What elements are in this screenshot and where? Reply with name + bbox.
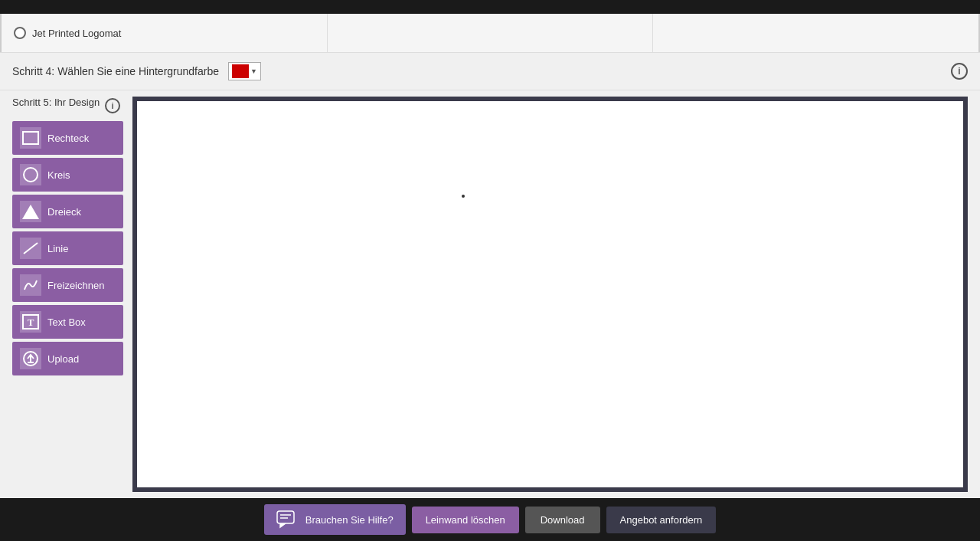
tool-triangle-label: Dreieck — [47, 206, 81, 218]
tool-textbox-label: Text Box — [47, 316, 86, 328]
step4-label: Schritt 4: Wählen Sie eine Hintergrundfa… — [12, 65, 219, 77]
clear-button-label: Leinwand löschen — [426, 514, 505, 526]
upload-svg — [21, 349, 40, 368]
canvas-inner[interactable] — [137, 101, 963, 487]
design-area: Schritt 5: Ihr Design i Rechteck Kreis — [0, 90, 980, 498]
svg-rect-7 — [277, 511, 294, 523]
tool-triangle[interactable]: Dreieck — [12, 195, 123, 228]
product-cell-1: Jet Printed Logomat — [0, 14, 328, 52]
canvas-frame — [132, 97, 968, 492]
tool-upload-label: Upload — [47, 353, 79, 365]
textbox-icon: T — [20, 311, 41, 333]
clear-canvas-button[interactable]: Leinwand löschen — [412, 507, 519, 533]
circle-icon — [20, 164, 41, 185]
download-button[interactable]: Download — [525, 507, 600, 533]
triangle-icon — [20, 201, 41, 222]
tool-circle[interactable]: Kreis — [12, 158, 123, 192]
step4-info-icon[interactable]: i — [951, 63, 968, 80]
tool-line[interactable]: Linie — [12, 231, 123, 265]
radio-logomat[interactable] — [14, 27, 26, 39]
tool-freehand-label: Freizeichnen — [47, 280, 104, 291]
download-button-label: Download — [541, 514, 585, 526]
triangle-shape — [22, 205, 39, 219]
sidebar: Schritt 5: Ihr Design i Rechteck Kreis — [12, 97, 123, 492]
color-swatch — [232, 64, 249, 78]
tool-rectangle-label: Rechteck — [47, 133, 89, 144]
step4-section: Schritt 4: Wählen Sie eine Hintergrundfa… — [0, 53, 980, 90]
sidebar-header: Schritt 5: Ihr Design i — [12, 97, 123, 113]
tool-line-label: Linie — [47, 243, 68, 254]
tool-textbox[interactable]: T Text Box — [12, 305, 123, 339]
product-row: Jet Printed Logomat — [0, 14, 980, 53]
line-svg — [21, 241, 40, 256]
cursor-dot — [460, 189, 466, 195]
upload-icon — [20, 348, 41, 369]
circle-shape — [23, 167, 38, 182]
line-icon — [20, 238, 41, 259]
offer-button-label: Angebot anfordern — [620, 514, 703, 526]
help-button-label: Brauchen Sie Hilfe? — [305, 514, 394, 526]
product-option-label: Jet Printed Logomat — [32, 28, 121, 39]
bottom-toolbar: Brauchen Sie Hilfe? Leinwand löschen Dow… — [0, 498, 980, 541]
svg-line-0 — [24, 243, 38, 254]
freehand-svg — [21, 276, 40, 294]
main-container: Jet Printed Logomat Schritt 4: Wählen Si… — [0, 14, 980, 498]
offer-button[interactable]: Angebot anfordern — [606, 507, 717, 533]
help-button[interactable]: Brauchen Sie Hilfe? — [264, 504, 406, 535]
tool-rectangle[interactable]: Rechteck — [12, 121, 123, 155]
sidebar-info-icon[interactable]: i — [105, 98, 120, 113]
svg-text:T: T — [28, 316, 34, 328]
color-arrow-icon: ▼ — [250, 67, 257, 75]
canvas-area — [132, 97, 968, 492]
freehand-icon — [20, 274, 41, 296]
tool-circle-label: Kreis — [47, 169, 70, 181]
product-option-logomat[interactable]: Jet Printed Logomat — [14, 27, 121, 39]
color-picker-button[interactable]: ▼ — [228, 62, 261, 80]
help-chat-icon — [276, 510, 299, 529]
textbox-svg: T — [21, 313, 40, 331]
top-bar — [0, 0, 980, 14]
product-cell-3 — [653, 14, 980, 52]
chat-svg — [276, 510, 299, 529]
svg-point-6 — [462, 195, 465, 198]
rect-shape — [22, 131, 39, 145]
tool-buttons: Rechteck Kreis Dreieck — [12, 121, 123, 375]
tool-upload[interactable]: Upload — [12, 342, 123, 375]
sidebar-title: Schritt 5: Ihr Design — [12, 97, 100, 110]
rectangle-icon — [20, 127, 41, 149]
tool-freehand[interactable]: Freizeichnen — [12, 268, 123, 302]
product-cell-2 — [328, 14, 654, 52]
